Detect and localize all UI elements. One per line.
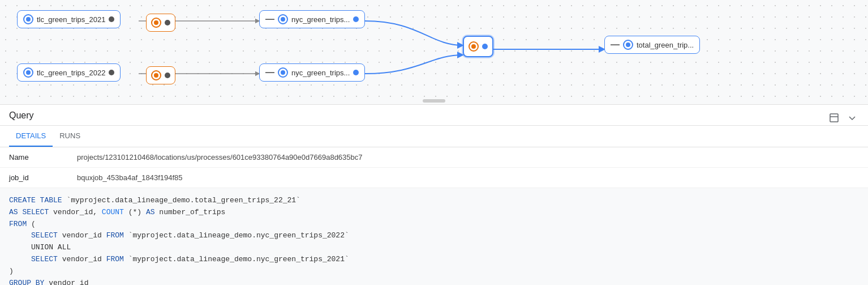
code-line-4: SELECT vendor_id FROM `myproject.data_li… — [9, 230, 859, 242]
node-label: tlc_green_trips_2022 — [37, 69, 105, 77]
code-line-5: UNION ALL — [9, 242, 859, 254]
details-row-jobid: job_id bquxjob_453ba4af_1843f194f85 — [0, 168, 868, 188]
bottom-panel: Query DETAILS RUNS Name projects/1231012… — [0, 105, 868, 285]
code-count-fn: COUNT — [102, 208, 124, 216]
code-line-7: ) — [9, 266, 859, 278]
node-transform-1[interactable] — [146, 14, 175, 32]
code-line-1: CREATE TABLE `myproject.data_lineage_dem… — [9, 195, 859, 207]
code-count-args: (*) — [128, 208, 146, 216]
code-paren-close: ) — [9, 267, 14, 275]
dash-icon: — — [265, 14, 274, 24]
code-editor: CREATE TABLE `myproject.data_lineage_dem… — [0, 188, 868, 285]
code-line-2: AS SELECT vendor_id, COUNT (*) AS number… — [9, 207, 859, 219]
details-label-name: Name — [9, 153, 77, 161]
table-icon-blue — [23, 67, 33, 78]
tab-details[interactable]: DETAILS — [9, 126, 53, 147]
node-right-port-blue — [353, 16, 359, 22]
node-union[interactable] — [463, 36, 493, 57]
code-line-8: GROUP BY vendor_id — [9, 278, 859, 285]
node-right-port — [109, 70, 114, 75]
code-select-2-fields: vendor_id — [62, 255, 106, 263]
dash-icon: — — [265, 67, 274, 78]
panel-actions — [827, 111, 859, 125]
tab-runs[interactable]: RUNS — [53, 126, 87, 147]
details-value-jobid: bquxjob_453ba4af_1843f194f85 — [77, 173, 183, 182]
node-right-port — [165, 73, 170, 78]
code-table-2022: `myproject.data_lineage_demo.nyc_green_t… — [128, 231, 349, 240]
code-union-all: UNION ALL — [31, 243, 71, 252]
node-tlc-green-trips-2022[interactable]: tlc_green_trips_2022 — [17, 63, 121, 82]
kw-from-1: FROM — [106, 231, 124, 240]
panel-header: Query — [0, 105, 868, 126]
drag-handle[interactable] — [423, 99, 445, 103]
kw-from-2: FROM — [106, 255, 124, 263]
node-label: tlc_green_trips_2021 — [37, 15, 105, 24]
code-indent-4 — [9, 231, 27, 240]
code-group-field: vendor_id — [49, 279, 88, 285]
transform-icon-orange — [151, 70, 161, 80]
node-right-port — [165, 20, 170, 25]
table-icon-blue — [23, 14, 33, 24]
kw-create: CREATE TABLE — [9, 196, 62, 205]
dash-icon: — — [611, 40, 620, 50]
node-right-port-blue — [482, 44, 488, 49]
kw-select-2: SELECT — [31, 255, 58, 263]
details-value-name: projects/123101210468/locations/us/proce… — [77, 153, 363, 161]
panel-title: Query — [9, 110, 34, 125]
node-label: nyc_green_trips... — [291, 15, 350, 24]
code-select-1-fields: vendor_id — [62, 231, 106, 240]
code-table-name: `myproject.data_lineage_demo.total_green… — [66, 196, 300, 205]
code-indent-6 — [9, 255, 27, 263]
code-table-2021: `myproject.data_lineage_demo.nyc_green_t… — [128, 255, 349, 263]
kw-select-1: SELECT — [31, 231, 58, 240]
code-indent-5 — [9, 243, 27, 252]
union-icon-orange — [469, 41, 479, 52]
node-nyc-green-trips-bottom[interactable]: — nyc_green_trips... — [259, 63, 365, 82]
node-tlc-green-trips-2021[interactable]: tlc_green_trips_2021 — [17, 10, 121, 28]
expand-icon[interactable] — [827, 111, 841, 125]
node-label: total_green_trip... — [637, 41, 694, 49]
node-transform-2[interactable] — [146, 66, 175, 84]
kw-group-by: GROUP BY — [9, 279, 44, 285]
tabs-bar: DETAILS RUNS — [0, 126, 868, 147]
node-right-port — [109, 16, 114, 22]
table-icon-blue — [623, 40, 633, 50]
details-row-name: Name projects/123101210468/locations/us/… — [0, 147, 868, 168]
node-nyc-green-trips-top[interactable]: — nyc_green_trips... — [259, 10, 365, 28]
kw-as: AS — [146, 208, 155, 216]
kw-as-select: AS SELECT — [9, 208, 49, 216]
code-vendor-id: vendor_id, — [53, 208, 102, 216]
code-line-6: SELECT vendor_id FROM `myproject.data_li… — [9, 254, 859, 266]
collapse-icon[interactable] — [845, 111, 859, 125]
dag-arrows — [0, 0, 868, 104]
transform-icon-orange — [151, 18, 161, 28]
table-icon-blue — [278, 67, 288, 78]
code-line-3: FROM ( — [9, 219, 859, 231]
kw-from: FROM — [9, 220, 27, 228]
table-icon-blue — [278, 14, 288, 24]
code-number-of-trips: number_of_trips — [159, 208, 225, 216]
dag-canvas: tlc_green_trips_2021 — nyc_green_trips..… — [0, 0, 868, 105]
svg-rect-5 — [830, 114, 838, 122]
node-label: nyc_green_trips... — [291, 69, 350, 77]
details-label-jobid: job_id — [9, 173, 77, 182]
node-total-green-trips[interactable]: — total_green_trip... — [604, 36, 700, 54]
code-paren-open: ( — [31, 220, 36, 228]
details-table: Name projects/123101210468/locations/us/… — [0, 147, 868, 188]
node-right-port-blue — [353, 70, 359, 75]
